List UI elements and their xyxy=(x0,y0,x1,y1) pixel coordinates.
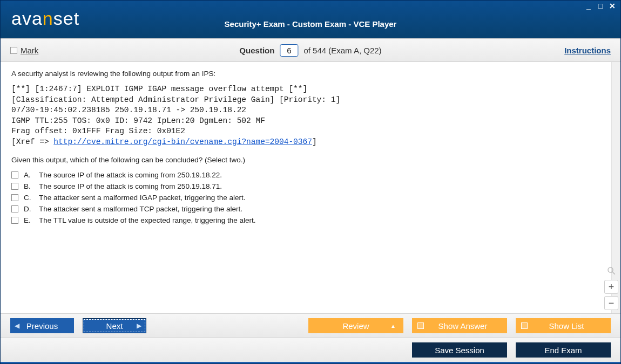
answer-choice[interactable]: E. The TTL value is outside of the expec… xyxy=(11,215,600,226)
previous-label: Previous xyxy=(26,321,58,331)
choice-checkbox[interactable] xyxy=(11,183,18,190)
question-body: A security analyst is reviewing the foll… xyxy=(1,62,620,313)
next-label: Next xyxy=(106,321,123,331)
choice-text: The TTL value is outside of the expected… xyxy=(39,216,256,224)
pre-line: IGMP TTL:255 TOS: 0x0 ID: 9742 IpLen:20 … xyxy=(11,116,265,125)
choice-checkbox[interactable] xyxy=(11,205,18,212)
question-label: Question xyxy=(239,46,274,55)
xref-prefix: [Xref => xyxy=(11,138,53,146)
show-answer-label: Show Answer xyxy=(438,321,488,331)
answer-choice[interactable]: C. The attacker sent a malformed IGAP pa… xyxy=(11,192,600,203)
answer-choice[interactable]: D. The attacker sent a malformed TCP pac… xyxy=(11,203,600,215)
choice-letter: D. xyxy=(24,205,33,213)
choice-text: The attacker sent a malformed TCP packet… xyxy=(39,205,242,213)
triangle-up-icon: ▲ xyxy=(390,323,396,329)
vertical-scrollbar[interactable]: + − xyxy=(611,62,620,313)
review-label: Review xyxy=(342,321,369,331)
navigation-bar: ◀ Previous Next ▶ Review ▲ Show Answer S… xyxy=(1,313,620,338)
next-button[interactable]: Next ▶ xyxy=(83,318,146,333)
pre-line: [**] [1:2467:7] EXPLOIT IGMP IGAP messag… xyxy=(11,85,307,93)
zoom-out-button[interactable]: − xyxy=(604,296,618,310)
mark-label: Mark xyxy=(21,46,38,55)
minimize-icon[interactable]: _ xyxy=(584,2,593,10)
chevron-right-icon: ▶ xyxy=(137,322,141,329)
show-list-checkbox[interactable] xyxy=(521,322,528,329)
magnifier-icon[interactable] xyxy=(604,264,618,278)
end-exam-button[interactable]: End Exam xyxy=(516,342,611,358)
logo-text-accent: n xyxy=(43,8,53,29)
pre-line: Frag offset: 0x1FFF Frag Size: 0x01E2 xyxy=(11,127,185,135)
question-content: A security analyst is reviewing the foll… xyxy=(1,62,611,313)
logo-text-prefix: ava xyxy=(11,8,43,29)
choice-letter: B. xyxy=(24,182,33,190)
svg-point-0 xyxy=(608,267,613,272)
mark-checkbox-group[interactable]: Mark xyxy=(10,46,38,55)
choice-letter: A. xyxy=(24,171,33,179)
question-toolbar: Mark Question 6 of 544 (Exam A, Q22) Ins… xyxy=(1,38,620,62)
logo-text-suffix: set xyxy=(53,8,79,29)
zoom-controls: + − xyxy=(604,264,618,310)
show-answer-checkbox[interactable] xyxy=(417,322,424,329)
footer-bar: Save Session End Exam xyxy=(1,338,620,363)
review-button[interactable]: Review ▲ xyxy=(308,318,403,333)
choice-text: The source IP of the attack is coming fr… xyxy=(39,171,222,179)
choice-checkbox[interactable] xyxy=(11,171,18,178)
save-session-button[interactable]: Save Session xyxy=(412,342,507,358)
choice-text: The source IP of the attack is coming fr… xyxy=(39,182,222,190)
window-title: Security+ Exam - Custom Exam - VCE Playe… xyxy=(225,19,397,29)
question-number-input[interactable]: 6 xyxy=(280,44,298,57)
xref-suffix: ] xyxy=(312,138,317,146)
question-prompt: Given this output, which of the followin… xyxy=(11,156,600,164)
maximize-icon[interactable]: □ xyxy=(596,2,605,10)
choice-checkbox[interactable] xyxy=(11,217,18,224)
title-bar: avanset Security+ Exam - Custom Exam - V… xyxy=(1,1,620,38)
answer-choices: A. The source IP of the attack is coming… xyxy=(11,169,600,226)
xref-link[interactable]: http://cve.mitre.org/cgi-bin/cvename.cgi… xyxy=(53,138,312,146)
choice-checkbox[interactable] xyxy=(11,194,18,201)
show-list-button[interactable]: Show List xyxy=(516,318,611,333)
answer-choice[interactable]: B. The source IP of the attack is coming… xyxy=(11,181,600,192)
choice-letter: C. xyxy=(24,194,33,202)
window-controls: _ □ ✕ xyxy=(584,2,617,10)
show-list-label: Show List xyxy=(549,321,584,331)
mark-checkbox[interactable] xyxy=(10,47,17,54)
question-indicator: Question 6 of 544 (Exam A, Q22) xyxy=(239,44,381,57)
ips-output: [**] [1:2467:7] EXPLOIT IGMP IGAP messag… xyxy=(11,84,600,147)
show-answer-button[interactable]: Show Answer xyxy=(412,318,507,333)
svg-line-1 xyxy=(612,272,615,274)
pre-line: 07/30-19:45:02.238185 250.19.18.71 -> 25… xyxy=(11,106,246,114)
chevron-left-icon: ◀ xyxy=(15,322,19,329)
choice-letter: E. xyxy=(24,216,33,224)
pre-line: [Classification: Attempted Administrator… xyxy=(11,95,340,104)
zoom-in-button[interactable]: + xyxy=(604,280,618,294)
question-intro: A security analyst is reviewing the foll… xyxy=(11,70,600,78)
close-icon[interactable]: ✕ xyxy=(608,2,617,10)
choice-text: The attacker sent a malformed IGAP packe… xyxy=(39,194,245,202)
answer-choice[interactable]: A. The source IP of the attack is coming… xyxy=(11,169,600,181)
app-logo: avanset xyxy=(11,8,79,29)
instructions-link[interactable]: Instructions xyxy=(564,46,611,55)
question-of-text: of 544 (Exam A, Q22) xyxy=(303,46,381,55)
previous-button[interactable]: ◀ Previous xyxy=(10,318,74,333)
